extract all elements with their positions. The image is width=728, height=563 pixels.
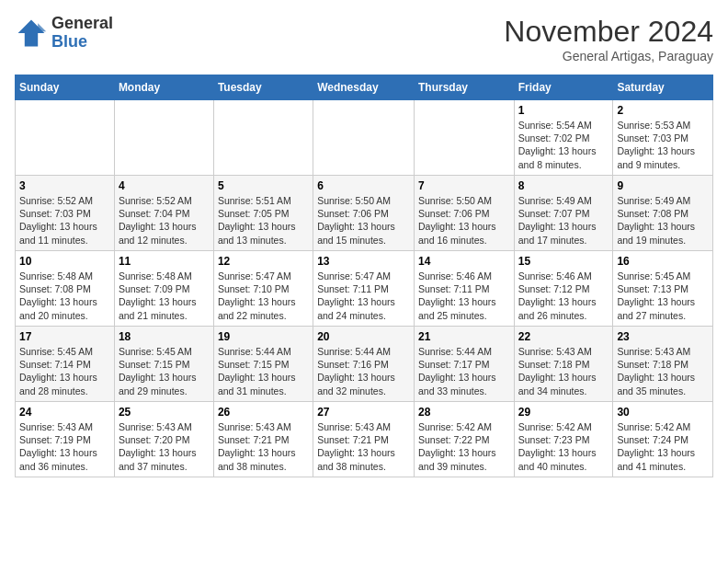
day-number: 1: [518, 104, 609, 117]
day-number: 18: [119, 330, 210, 343]
calendar-week-2: 3Sunrise: 5:52 AM Sunset: 7:03 PM Daylig…: [16, 176, 713, 251]
calendar-cell: 1Sunrise: 5:54 AM Sunset: 7:02 PM Daylig…: [514, 100, 613, 176]
day-info: Sunrise: 5:49 AM Sunset: 7:07 PM Dayligh…: [518, 194, 609, 247]
calendar-cell: 27Sunrise: 5:43 AM Sunset: 7:21 PM Dayli…: [313, 402, 415, 477]
day-number: 12: [218, 255, 309, 268]
day-number: 23: [617, 330, 709, 343]
day-info: Sunrise: 5:49 AM Sunset: 7:08 PM Dayligh…: [617, 194, 709, 247]
day-number: 21: [418, 330, 510, 343]
calendar-table: SundayMondayTuesdayWednesdayThursdayFrid…: [15, 75, 713, 477]
day-number: 9: [617, 179, 709, 192]
calendar-cell: 12Sunrise: 5:47 AM Sunset: 7:10 PM Dayli…: [213, 251, 313, 327]
calendar-cell: 25Sunrise: 5:43 AM Sunset: 7:20 PM Dayli…: [114, 402, 213, 477]
day-info: Sunrise: 5:42 AM Sunset: 7:24 PM Dayligh…: [617, 420, 709, 473]
calendar-cell: 7Sunrise: 5:50 AM Sunset: 7:06 PM Daylig…: [414, 176, 514, 251]
calendar-cell: 15Sunrise: 5:46 AM Sunset: 7:12 PM Dayli…: [514, 251, 613, 327]
day-info: Sunrise: 5:52 AM Sunset: 7:04 PM Dayligh…: [119, 194, 210, 247]
calendar-week-5: 24Sunrise: 5:43 AM Sunset: 7:19 PM Dayli…: [16, 402, 713, 477]
day-number: 3: [19, 179, 110, 192]
day-number: 27: [317, 406, 410, 419]
calendar-cell: 24Sunrise: 5:43 AM Sunset: 7:19 PM Dayli…: [16, 402, 115, 477]
day-info: Sunrise: 5:42 AM Sunset: 7:22 PM Dayligh…: [418, 420, 510, 473]
day-info: Sunrise: 5:46 AM Sunset: 7:11 PM Dayligh…: [418, 270, 510, 322]
day-number: 22: [518, 330, 609, 343]
day-number: 20: [317, 330, 410, 343]
calendar-cell: 4Sunrise: 5:52 AM Sunset: 7:04 PM Daylig…: [114, 176, 213, 251]
location-subtitle: General Artigas, Paraguay: [504, 49, 713, 63]
day-info: Sunrise: 5:43 AM Sunset: 7:18 PM Dayligh…: [518, 345, 609, 397]
day-info: Sunrise: 5:48 AM Sunset: 7:08 PM Dayligh…: [19, 270, 110, 322]
day-info: Sunrise: 5:45 AM Sunset: 7:14 PM Dayligh…: [19, 345, 110, 397]
day-header-saturday: Saturday: [613, 75, 713, 100]
calendar-week-1: 1Sunrise: 5:54 AM Sunset: 7:02 PM Daylig…: [16, 100, 713, 176]
day-info: Sunrise: 5:53 AM Sunset: 7:03 PM Dayligh…: [617, 119, 709, 171]
page-header: General Blue November 2024 General Artig…: [15, 15, 713, 63]
calendar-cell: [414, 100, 514, 176]
day-header-thursday: Thursday: [414, 75, 514, 100]
day-number: 15: [518, 255, 609, 268]
day-header-friday: Friday: [514, 75, 613, 100]
calendar-cell: 30Sunrise: 5:42 AM Sunset: 7:24 PM Dayli…: [613, 402, 713, 477]
day-info: Sunrise: 5:45 AM Sunset: 7:13 PM Dayligh…: [617, 270, 709, 322]
logo-text: General Blue: [51, 15, 113, 52]
day-number: 17: [19, 330, 110, 343]
calendar-week-3: 10Sunrise: 5:48 AM Sunset: 7:08 PM Dayli…: [16, 251, 713, 327]
day-info: Sunrise: 5:43 AM Sunset: 7:21 PM Dayligh…: [218, 420, 309, 473]
day-info: Sunrise: 5:44 AM Sunset: 7:16 PM Dayligh…: [317, 345, 410, 397]
calendar-cell: 13Sunrise: 5:47 AM Sunset: 7:11 PM Dayli…: [313, 251, 415, 327]
day-number: 19: [218, 330, 309, 343]
calendar-cell: 17Sunrise: 5:45 AM Sunset: 7:14 PM Dayli…: [16, 327, 115, 402]
day-info: Sunrise: 5:51 AM Sunset: 7:05 PM Dayligh…: [218, 194, 309, 247]
calendar-cell: 29Sunrise: 5:42 AM Sunset: 7:23 PM Dayli…: [514, 402, 613, 477]
day-number: 4: [119, 179, 210, 192]
calendar-cell: 14Sunrise: 5:46 AM Sunset: 7:11 PM Dayli…: [414, 251, 514, 327]
svg-marker-1: [38, 23, 46, 31]
calendar-cell: [313, 100, 415, 176]
day-info: Sunrise: 5:47 AM Sunset: 7:11 PM Dayligh…: [317, 270, 410, 322]
day-number: 10: [19, 255, 110, 268]
calendar-cell: [114, 100, 213, 176]
day-info: Sunrise: 5:44 AM Sunset: 7:15 PM Dayligh…: [218, 345, 309, 397]
calendar-week-4: 17Sunrise: 5:45 AM Sunset: 7:14 PM Dayli…: [16, 327, 713, 402]
calendar-cell: 19Sunrise: 5:44 AM Sunset: 7:15 PM Dayli…: [213, 327, 313, 402]
calendar-cell: 18Sunrise: 5:45 AM Sunset: 7:15 PM Dayli…: [114, 327, 213, 402]
svg-marker-0: [18, 19, 45, 46]
day-info: Sunrise: 5:43 AM Sunset: 7:19 PM Dayligh…: [19, 420, 110, 473]
day-number: 6: [317, 179, 410, 192]
day-header-tuesday: Tuesday: [213, 75, 313, 100]
title-block: November 2024 General Artigas, Paraguay: [504, 15, 713, 63]
day-info: Sunrise: 5:50 AM Sunset: 7:06 PM Dayligh…: [317, 194, 410, 247]
day-info: Sunrise: 5:42 AM Sunset: 7:23 PM Dayligh…: [518, 420, 609, 473]
day-info: Sunrise: 5:54 AM Sunset: 7:02 PM Dayligh…: [518, 119, 609, 171]
calendar-cell: [213, 100, 313, 176]
day-number: 14: [418, 255, 510, 268]
calendar-cell: 16Sunrise: 5:45 AM Sunset: 7:13 PM Dayli…: [613, 251, 713, 327]
day-info: Sunrise: 5:50 AM Sunset: 7:06 PM Dayligh…: [418, 194, 510, 247]
day-number: 11: [119, 255, 210, 268]
logo: General Blue: [15, 15, 113, 52]
day-number: 7: [418, 179, 510, 192]
calendar-cell: 20Sunrise: 5:44 AM Sunset: 7:16 PM Dayli…: [313, 327, 415, 402]
day-number: 25: [119, 406, 210, 419]
day-info: Sunrise: 5:48 AM Sunset: 7:09 PM Dayligh…: [119, 270, 210, 322]
day-number: 13: [317, 255, 410, 268]
day-number: 2: [617, 104, 709, 117]
day-info: Sunrise: 5:52 AM Sunset: 7:03 PM Dayligh…: [19, 194, 110, 247]
calendar-cell: 6Sunrise: 5:50 AM Sunset: 7:06 PM Daylig…: [313, 176, 415, 251]
logo-icon: [15, 17, 48, 50]
day-header-wednesday: Wednesday: [313, 75, 415, 100]
calendar-cell: 2Sunrise: 5:53 AM Sunset: 7:03 PM Daylig…: [613, 100, 713, 176]
calendar-header-row: SundayMondayTuesdayWednesdayThursdayFrid…: [16, 75, 713, 100]
calendar-cell: 3Sunrise: 5:52 AM Sunset: 7:03 PM Daylig…: [16, 176, 115, 251]
calendar-cell: 21Sunrise: 5:44 AM Sunset: 7:17 PM Dayli…: [414, 327, 514, 402]
day-info: Sunrise: 5:44 AM Sunset: 7:17 PM Dayligh…: [418, 345, 510, 397]
day-info: Sunrise: 5:47 AM Sunset: 7:10 PM Dayligh…: [218, 270, 309, 322]
day-number: 26: [218, 406, 309, 419]
day-info: Sunrise: 5:43 AM Sunset: 7:20 PM Dayligh…: [119, 420, 210, 473]
day-header-sunday: Sunday: [16, 75, 115, 100]
calendar-cell: 5Sunrise: 5:51 AM Sunset: 7:05 PM Daylig…: [213, 176, 313, 251]
day-info: Sunrise: 5:43 AM Sunset: 7:21 PM Dayligh…: [317, 420, 410, 473]
day-number: 5: [218, 179, 309, 192]
day-info: Sunrise: 5:46 AM Sunset: 7:12 PM Dayligh…: [518, 270, 609, 322]
calendar-cell: 28Sunrise: 5:42 AM Sunset: 7:22 PM Dayli…: [414, 402, 514, 477]
